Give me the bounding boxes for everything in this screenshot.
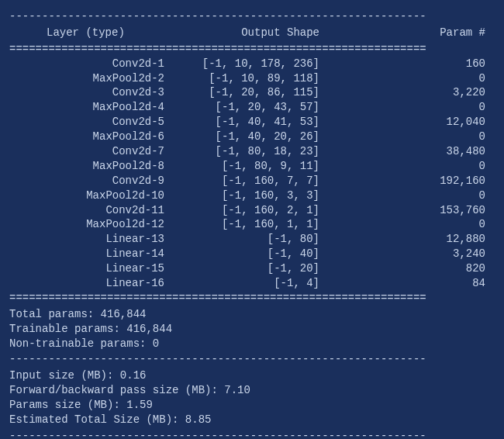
shape-cell: [-1, 160, 1, 1]: [180, 217, 335, 232]
shape-cell: [-1, 160, 2, 1]: [180, 203, 335, 218]
param-cell: 0: [335, 159, 495, 174]
table-row: Conv2d-9[-1, 160, 7, 7]192,160: [9, 174, 495, 188]
header-shape: Output Shape: [180, 26, 335, 40]
table-row: MaxPool2d-2[-1, 10, 89, 118]0: [9, 71, 495, 86]
shape-cell: [-1, 40, 41, 53]: [180, 115, 335, 130]
param-cell: 3,240: [335, 247, 495, 261]
layer-cell: Linear-14: [9, 247, 180, 261]
layer-cell: Linear-16: [9, 276, 180, 291]
shape-cell: [-1, 20, 86, 115]: [180, 85, 335, 100]
non-trainable-params: Non-trainable params: 0: [9, 337, 495, 351]
layer-cell: MaxPool2d-10: [9, 188, 180, 203]
table-row: MaxPool2d-4[-1, 20, 43, 57]0: [9, 100, 495, 115]
divider-after-rows: ========================================…: [9, 291, 495, 306]
param-cell: 0: [335, 217, 495, 232]
param-cell: 38,480: [335, 144, 495, 159]
param-cell: 0: [335, 130, 495, 144]
header-layer: Layer (type): [9, 26, 180, 40]
shape-cell: [-1, 20]: [180, 261, 335, 276]
table-row: Conv2d-1[-1, 10, 178, 236]160: [9, 57, 495, 71]
param-cell: 3,220: [335, 85, 495, 100]
param-cell: 0: [335, 100, 495, 115]
layer-cell: MaxPool2d-6: [9, 130, 180, 144]
totals-block: Total params: 416,844 Trainable params: …: [9, 306, 495, 353]
params-size: Params size (MB): 1.59: [9, 398, 495, 413]
shape-cell: [-1, 80, 9, 11]: [180, 159, 335, 174]
table-row: Conv2d-3[-1, 20, 86, 115]3,220: [9, 85, 495, 100]
table-row: MaxPool2d-12[-1, 160, 1, 1]0: [9, 217, 495, 232]
param-cell: 84: [335, 276, 495, 291]
shape-cell: [-1, 40]: [180, 247, 335, 261]
layer-cell: Conv2d-3: [9, 85, 180, 100]
sizes-block: Input size (MB): 0.16 Forward/backward p…: [9, 367, 495, 429]
table-row: Conv2d-11[-1, 160, 2, 1]153,760: [9, 203, 495, 218]
layer-cell: MaxPool2d-8: [9, 159, 180, 174]
param-cell: 0: [335, 71, 495, 86]
table-row: MaxPool2d-8[-1, 80, 9, 11]0: [9, 159, 495, 174]
divider-top: ----------------------------------------…: [9, 9, 495, 24]
layer-cell: Linear-15: [9, 261, 180, 276]
param-cell: 12,040: [335, 115, 495, 130]
divider-header: ========================================…: [9, 42, 495, 57]
divider-after-totals: ----------------------------------------…: [9, 352, 495, 367]
table-header: Layer (type) Output Shape Param #: [9, 24, 495, 42]
total-params: Total params: 416,844: [9, 307, 495, 322]
input-size: Input size (MB): 0.16: [9, 368, 495, 383]
trainable-params: Trainable params: 416,844: [9, 322, 495, 337]
shape-cell: [-1, 80]: [180, 232, 335, 247]
table-row: Linear-15[-1, 20]820: [9, 261, 495, 276]
shape-cell: [-1, 20, 43, 57]: [180, 100, 335, 115]
table-row: MaxPool2d-10[-1, 160, 3, 3]0: [9, 188, 495, 203]
layer-cell: Conv2d-1: [9, 57, 180, 71]
layer-cell: Conv2d-7: [9, 144, 180, 159]
param-cell: 160: [335, 57, 495, 71]
table-body: Conv2d-1[-1, 10, 178, 236]160MaxPool2d-2…: [9, 57, 495, 291]
param-cell: 153,760: [335, 203, 495, 218]
layer-cell: Conv2d-9: [9, 174, 180, 188]
table-row: Conv2d-7[-1, 80, 18, 23]38,480: [9, 144, 495, 159]
shape-cell: [-1, 160, 3, 3]: [180, 188, 335, 203]
shape-cell: [-1, 40, 20, 26]: [180, 130, 335, 144]
shape-cell: [-1, 160, 7, 7]: [180, 174, 335, 188]
param-cell: 12,880: [335, 232, 495, 247]
shape-cell: [-1, 10, 89, 118]: [180, 71, 335, 86]
param-cell: 0: [335, 188, 495, 203]
header-param: Param #: [335, 26, 495, 40]
forward-backward-size: Forward/backward pass size (MB): 7.10: [9, 383, 495, 398]
table-row: Linear-16[-1, 4]84: [9, 276, 495, 291]
param-cell: 192,160: [335, 174, 495, 188]
layer-cell: MaxPool2d-12: [9, 217, 180, 232]
shape-cell: [-1, 4]: [180, 276, 335, 291]
table-row: MaxPool2d-6[-1, 40, 20, 26]0: [9, 130, 495, 144]
param-cell: 820: [335, 261, 495, 276]
layer-cell: Conv2d-5: [9, 115, 180, 130]
shape-cell: [-1, 10, 178, 236]: [180, 57, 335, 71]
divider-bottom: ----------------------------------------…: [9, 429, 495, 439]
shape-cell: [-1, 80, 18, 23]: [180, 144, 335, 159]
estimated-total-size: Estimated Total Size (MB): 8.85: [9, 413, 495, 427]
layer-cell: MaxPool2d-4: [9, 100, 180, 115]
table-row: Linear-14[-1, 40]3,240: [9, 247, 495, 261]
table-row: Linear-13[-1, 80]12,880: [9, 232, 495, 247]
table-row: Conv2d-5[-1, 40, 41, 53]12,040: [9, 115, 495, 130]
layer-cell: Conv2d-11: [9, 203, 180, 218]
layer-cell: MaxPool2d-2: [9, 71, 180, 86]
layer-cell: Linear-13: [9, 232, 180, 247]
